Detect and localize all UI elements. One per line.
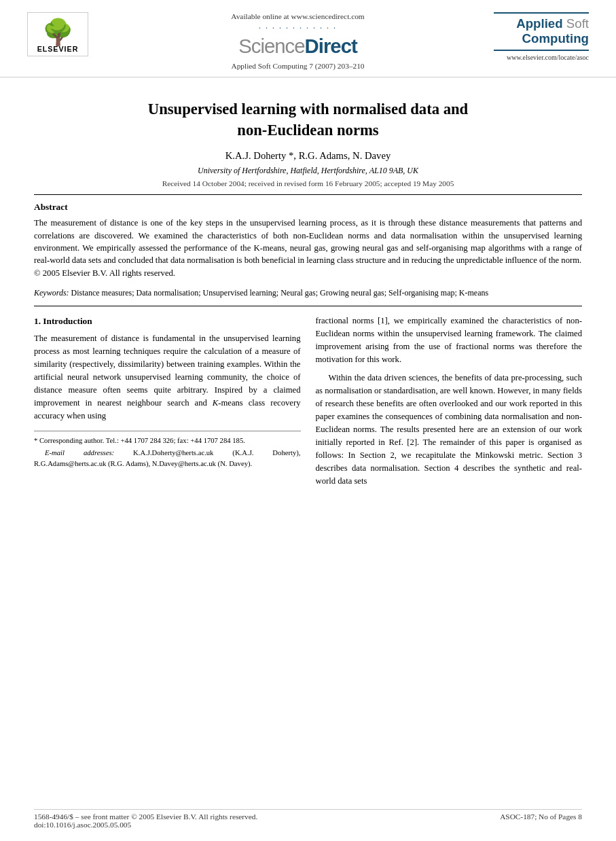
soft-text: Soft [566,16,589,31]
elsevier-logo: 🌳 ELSEVIER [27,12,88,56]
sciencedirect-dots: · · · · · · · · · · · · [109,23,487,33]
main-content: Unsupervised learning with normalised da… [0,77,616,507]
journal-brand: Applied Soft Computing [494,16,589,47]
page: 🌳 ELSEVIER Available online at www.scien… [0,0,616,841]
available-online-text: Available online at www.sciencedirect.co… [109,12,487,20]
affiliation: University of Hertfordshire, Hatfield, H… [34,166,582,176]
header: 🌳 ELSEVIER Available online at www.scien… [0,0,616,77]
right-column: fractional norms [1], we empirically exa… [316,315,583,493]
footnote-area: * Corresponding author. Tel.: +44 1707 2… [34,431,301,469]
journal-reference: Applied Soft Computing 7 (2007) 203–210 [109,62,487,70]
sciencedirect-area: Available online at www.sciencedirect.co… [109,12,487,70]
left-column: 1. Introduction The measurement of dista… [34,315,301,493]
journal-url: www.elsevier.com/locate/asoc [494,54,589,61]
journal-brand-box: Applied Soft Computing [494,12,589,51]
computing-text: Computing [522,31,589,46]
elsevier-logo-area: 🌳 ELSEVIER [27,12,102,56]
footnote-2: E-mail addresses: K.A.J.Doherty@herts.ac… [34,448,301,469]
footnote-1: * Corresponding author. Tel.: +44 1707 2… [34,435,301,446]
footer-issn: 1568-4946/$ – see front matter © 2005 El… [34,812,257,821]
footer-left: 1568-4946/$ – see front matter © 2005 El… [34,812,257,829]
footer-article-id: ASOC-187; No of Pages 8 [500,812,582,829]
paper-title: Unsupervised learning with normalised da… [34,99,582,141]
two-column-body: 1. Introduction The measurement of dista… [34,315,582,493]
abstract-text: The measurement of distance is one of th… [34,217,582,279]
direct-text: Direct [305,35,357,57]
elsevier-wordmark: ELSEVIER [37,45,79,53]
divider-bottom [34,306,582,306]
divider-top [34,194,582,195]
elsevier-tree-icon: 🌳 [42,20,74,45]
section1-title: 1. Introduction [34,315,301,328]
sciencedirect-logo: ScienceDirect [109,35,487,58]
footer-doi: doi:10.1016/j.asoc.2005.05.005 [34,821,257,829]
intro-para-right-1: fractional norms [1], we empirically exa… [316,315,583,366]
applied-text: Applied [516,16,566,31]
keywords-text: Distance measures; Data normalisation; U… [71,288,489,298]
abstract-section: Abstract The measurement of distance is … [34,202,582,279]
received-info: Received 14 October 2004; received in re… [34,179,582,187]
authors: K.A.J. Doherty *, R.G. Adams, N. Davey [34,150,582,162]
science-text: Science [238,35,304,57]
intro-para-left-1: The measurement of distance is fundament… [34,332,301,423]
abstract-title: Abstract [34,202,582,213]
journal-brand-area: Applied Soft Computing www.elsevier.com/… [494,12,589,61]
page-footer: 1568-4946/$ – see front matter © 2005 El… [34,809,582,829]
keywords-section: Keywords: Distance measures; Data normal… [34,287,582,299]
copyright-text: © 2005 Elsevier B.V. All rights reserved… [34,268,175,278]
keywords-label: Keywords: [34,288,69,298]
intro-para-right-2: Within the data driven sciences, the ben… [316,372,583,488]
